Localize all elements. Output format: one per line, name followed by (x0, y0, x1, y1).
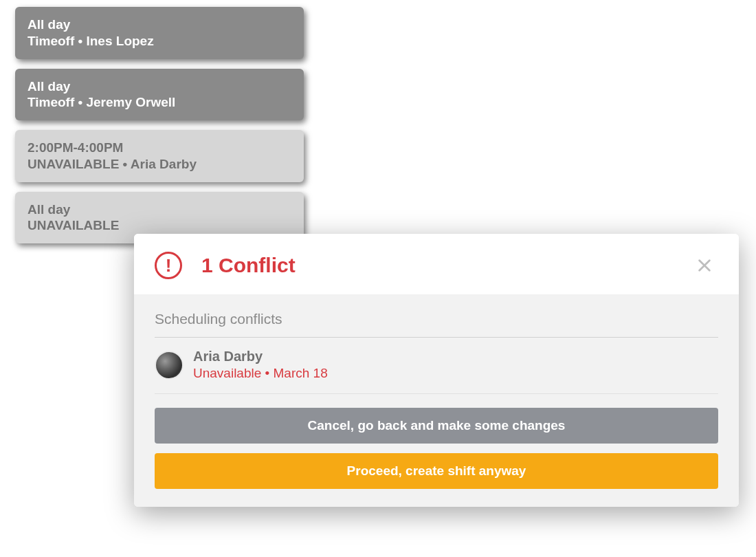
alert-icon: ! (155, 252, 182, 279)
cancel-button[interactable]: Cancel, go back and make some changes (155, 408, 718, 444)
card-time: 2:00PM-4:00PM (27, 140, 291, 156)
modal-actions: Cancel, go back and make some changes Pr… (155, 408, 718, 489)
modal-body: Scheduling conflicts Aria Darby Unavaila… (134, 294, 739, 507)
card-subtitle: Timeoff • Ines Lopez (27, 33, 291, 50)
card-subtitle: Timeoff • Jeremy Orwell (27, 94, 291, 111)
section-title: Scheduling conflicts (155, 311, 718, 338)
modal-header: ! 1 Conflict (134, 234, 739, 294)
card-time: All day (27, 201, 291, 218)
conflict-detail: Unavailable • March 18 (193, 366, 328, 381)
schedule-card[interactable]: All day Timeoff • Ines Lopez (15, 7, 304, 59)
schedule-card[interactable]: 2:00PM-4:00PM UNAVAILABLE • Aria Darby (15, 130, 304, 182)
schedule-card[interactable]: All day Timeoff • Jeremy Orwell (15, 69, 304, 121)
card-time: All day (27, 78, 291, 95)
card-time: All day (27, 17, 291, 33)
schedule-cards: All day Timeoff • Ines Lopez All day Tim… (15, 7, 304, 253)
avatar (155, 351, 184, 380)
conflict-text: Aria Darby Unavailable • March 18 (193, 349, 328, 381)
conflict-modal: ! 1 Conflict Scheduling conflicts Aria D… (134, 234, 739, 507)
conflict-row: Aria Darby Unavailable • March 18 (155, 338, 718, 394)
proceed-button[interactable]: Proceed, create shift anyway (155, 453, 718, 489)
card-subtitle: UNAVAILABLE (27, 217, 291, 234)
close-icon[interactable] (691, 252, 718, 279)
card-subtitle: UNAVAILABLE • Aria Darby (27, 156, 291, 173)
conflict-name: Aria Darby (193, 349, 328, 364)
modal-title: 1 Conflict (201, 254, 296, 277)
